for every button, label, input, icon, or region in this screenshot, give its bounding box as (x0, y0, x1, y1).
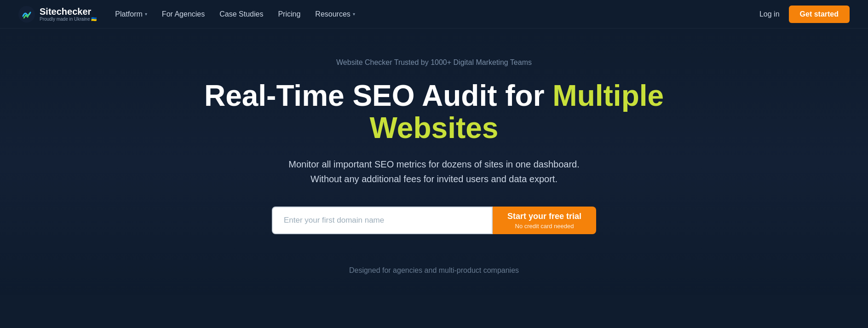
hero-bottom-text: Designed for agencies and multi-product … (349, 266, 519, 275)
trial-button-main-label: Start your free trial (507, 212, 581, 222)
navbar-right: Log in Get started (759, 6, 850, 23)
login-button[interactable]: Log in (759, 10, 780, 18)
nav-links: Platform ▾ For Agencies Case Studies Pri… (115, 10, 355, 18)
logo-text: Sitechecker Proudly made in Ukraine 🇺🇦 (40, 6, 97, 22)
hero-subtitle-line1: Monitor all important SEO metrics for do… (288, 159, 580, 169)
nav-item-platform[interactable]: Platform ▾ (115, 10, 147, 18)
chevron-down-icon: ▾ (145, 12, 147, 17)
nav-link-case-studies[interactable]: Case Studies (219, 10, 263, 18)
sitechecker-logo-icon (18, 6, 35, 23)
hero-title: Real-Time SEO Audit for Multiple Website… (181, 80, 687, 144)
trusted-text: Website Checker Trusted by 1000+ Digital… (336, 58, 532, 67)
logo[interactable]: Sitechecker Proudly made in Ukraine 🇺🇦 (18, 6, 97, 23)
hero-section: Website Checker Trusted by 1000+ Digital… (0, 29, 868, 295)
nav-link-pricing[interactable]: Pricing (278, 10, 300, 18)
nav-item-pricing[interactable]: Pricing (278, 10, 300, 18)
hero-subtitle: Monitor all important SEO metrics for do… (288, 157, 580, 186)
brand-name: Sitechecker (40, 6, 97, 17)
brand-tagline: Proudly made in Ukraine 🇺🇦 (40, 17, 97, 22)
hero-form: Start your free trial No credit card nee… (272, 207, 596, 234)
nav-link-agencies[interactable]: For Agencies (162, 10, 205, 18)
nav-link-platform[interactable]: Platform ▾ (115, 10, 147, 18)
nav-item-agencies[interactable]: For Agencies (162, 10, 205, 18)
hero-title-part1: Real-Time SEO Audit for (204, 79, 552, 112)
nav-link-resources[interactable]: Resources ▾ (315, 10, 355, 18)
navbar: Sitechecker Proudly made in Ukraine 🇺🇦 P… (0, 0, 868, 29)
trial-button-sub-label: No credit card needed (515, 223, 574, 230)
nav-item-case-studies[interactable]: Case Studies (219, 10, 263, 18)
chevron-down-icon: ▾ (353, 12, 355, 17)
navbar-left: Sitechecker Proudly made in Ukraine 🇺🇦 P… (18, 6, 355, 23)
domain-input[interactable] (272, 207, 493, 234)
get-started-button[interactable]: Get started (789, 6, 850, 23)
nav-item-resources[interactable]: Resources ▾ (315, 10, 355, 18)
start-trial-button[interactable]: Start your free trial No credit card nee… (493, 207, 596, 234)
hero-subtitle-line2: Without any additional fees for invited … (310, 174, 558, 184)
